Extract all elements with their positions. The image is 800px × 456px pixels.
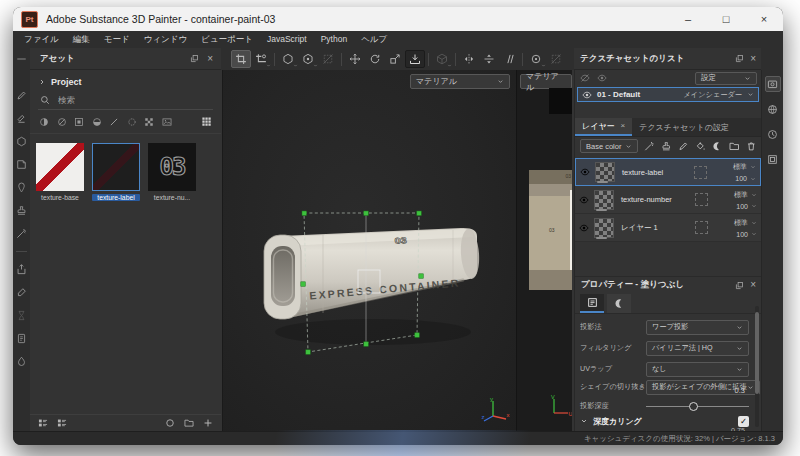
filter-procedurals-icon[interactable] [144,117,154,127]
layer-visibility-icon[interactable] [579,223,589,233]
mirror-tool[interactable] [459,50,479,68]
menu-file[interactable]: ファイル [17,31,66,48]
import-resources-icon[interactable] [184,418,194,428]
asset-tile[interactable]: texture-label [92,143,140,201]
add-resource-icon[interactable] [203,418,213,428]
lasso-select-tool[interactable] [318,50,338,68]
no-snap-tool[interactable] [546,50,566,68]
projection-depth-slider[interactable] [646,398,749,414]
layer-visibility-icon[interactable] [579,195,589,205]
eye-off-icon[interactable] [580,73,590,83]
viewport-2d[interactable]: マテリアル 03 03 V U [516,70,572,431]
projection-tool-icon[interactable] [16,136,27,147]
asset-tile[interactable]: texture-base [36,143,84,201]
sync-icon[interactable] [165,418,175,428]
layer-opacity[interactable]: 100 [735,175,747,182]
layer-thumbnail[interactable] [594,190,614,210]
layer-opacity[interactable]: 100 [736,203,748,210]
paint-brush-tool-icon[interactable] [16,90,27,101]
add-folder-icon[interactable] [729,141,740,152]
export-textures-icon[interactable] [16,264,27,275]
tab-close-icon[interactable]: × [621,121,626,131]
close-panel-icon[interactable]: × [207,54,213,64]
symmetry-tool[interactable] [479,50,499,68]
add-mask-icon[interactable] [712,141,723,152]
add-paint-layer-icon[interactable] [678,141,689,152]
properties-scrollbar-thumb[interactable] [755,312,759,394]
project-tree-item[interactable]: Project [30,70,221,90]
layer-row[interactable]: texture-label 標準 100 [575,158,761,186]
layer-opacity[interactable]: 100 [736,231,748,238]
asset-thumbnail-texture-base[interactable] [36,143,84,191]
asset-tile[interactable]: 03 texture-nu... [148,143,196,201]
grid-view-icon[interactable] [201,116,212,127]
polygon-fill-tool-icon[interactable] [16,159,27,170]
asset-thumbnail-texture-label[interactable] [92,143,140,191]
layer-blend-mode[interactable]: 標準 [733,162,747,172]
layer-blend-mode[interactable]: 標準 [734,218,748,228]
menu-help[interactable]: ヘルプ [354,31,394,48]
filter-materials-icon[interactable] [39,117,49,127]
list-view-large-icon[interactable] [57,418,67,428]
slider-knob[interactable] [689,402,698,411]
menu-viewport[interactable]: ビューポート [194,31,260,48]
gizmo-cube-tool[interactable] [432,50,452,68]
uv-wrap-dropdown[interactable]: なし [646,362,749,377]
properties-tab-material[interactable] [607,294,631,313]
settings-dropdown[interactable]: 設定 [695,72,757,85]
menu-mode[interactable]: モード [97,31,137,48]
float-panel-icon[interactable] [735,54,744,63]
projection-mode-dropdown[interactable]: ワープ投影 [646,320,749,335]
list-view-small-icon[interactable] [38,418,48,428]
quick-mask-tool[interactable] [278,50,298,68]
quick-mask-fill-tool[interactable] [298,50,318,68]
history-button[interactable] [765,126,781,142]
properties-tab-settings[interactable] [580,294,604,313]
title-bar[interactable]: Pt Adobe Substance 3D Painter - containe… [13,7,783,31]
eye-icon[interactable] [582,90,592,100]
place-projection-tool[interactable] [405,50,425,68]
crop-rotate-tool[interactable] [251,50,271,68]
filter-smart-masks-icon[interactable] [74,117,84,127]
tab-texture-set-settings[interactable]: テクスチャセットの設定 [632,118,736,136]
snap-target-tool[interactable] [526,50,546,68]
menu-edit[interactable]: 編集 [66,31,97,48]
particle-brush-tool-icon[interactable] [16,228,27,239]
resources-icon[interactable] [16,333,27,344]
eraser-tool-icon[interactable] [16,113,27,124]
material-picker-icon[interactable] [16,287,27,298]
minimize-button[interactable]: – [669,7,707,31]
maximize-button[interactable]: □ [707,7,745,31]
clone-stamp-tool-icon[interactable] [16,205,27,216]
move-tool[interactable] [345,50,365,68]
viewport-3d[interactable]: EXPRESS CONTAINER 03 [222,70,516,431]
filter-smart-materials-icon[interactable] [57,117,67,127]
uv-texture-view[interactable]: 03 03 [529,170,572,290]
dock-drag-handle[interactable] [17,58,26,60]
tab-layers[interactable]: レイヤー × [575,118,632,136]
close-button[interactable]: × [745,7,783,31]
layer-mask-slot[interactable] [694,166,707,179]
layer-thumbnail[interactable] [595,162,615,182]
container-3d-model[interactable]: EXPRESS CONTAINER 03 [223,70,516,431]
menu-window[interactable]: ウィンドウ [137,31,195,48]
layer-thumbnail[interactable] [594,218,614,238]
asset-thumbnail-texture-number[interactable]: 03 [148,143,196,191]
depth-culling-checkbox[interactable]: ✓ [738,416,749,427]
add-fill-layer-icon[interactable] [695,141,706,152]
crop-manipulator-tool[interactable] [231,50,251,68]
close-panel-icon[interactable]: × [750,54,756,64]
shading-mode-dropdown-2d[interactable]: マテリアル [520,74,572,89]
display-settings-button[interactable] [765,76,781,92]
menu-javascript[interactable]: JavaScript [260,31,314,48]
layer-row[interactable]: レイヤー 1 標準 100 [575,214,761,242]
rotate-tool[interactable] [365,50,385,68]
chevron-down-icon[interactable] [580,417,588,425]
filter-particles-icon[interactable] [127,117,137,127]
eye-icon[interactable] [597,73,607,83]
layer-mask-slot[interactable] [695,193,708,206]
float-panel-icon[interactable] [735,281,744,290]
layer-blend-mode[interactable]: 標準 [734,190,748,200]
mask-icon[interactable] [16,356,27,367]
delete-layer-icon[interactable] [746,141,757,152]
